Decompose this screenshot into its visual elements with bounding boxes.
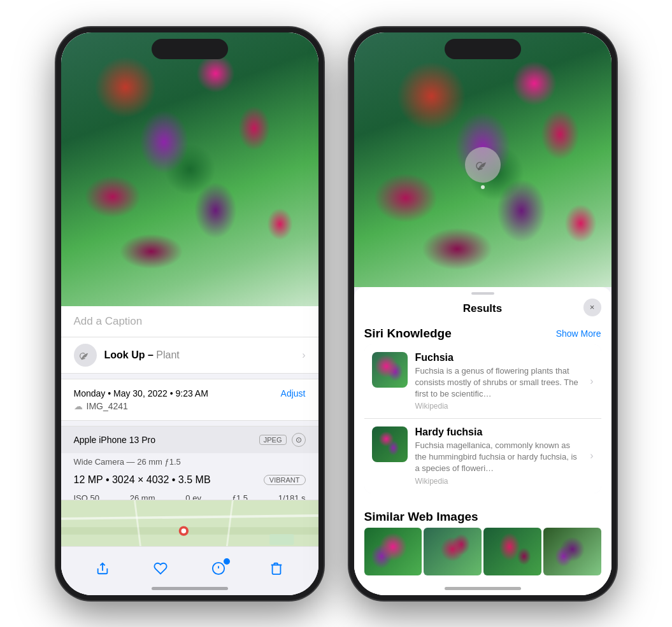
svg-point-6 bbox=[181, 529, 186, 534]
iso-value: ISO 50 bbox=[74, 493, 99, 501]
info-section: Monday • May 30, 2022 • 9:23 AM Adjust ☁… bbox=[61, 379, 318, 421]
similar-title: Similar Web Images bbox=[364, 510, 478, 524]
phone-2: Results × Siri Knowledge Show More Fuchs… bbox=[349, 27, 617, 600]
shutter-value: 1/181 s bbox=[278, 493, 306, 501]
screen-1: Add a Caption Look Up – Plant › Mon bbox=[61, 32, 318, 595]
caption-placeholder[interactable]: Add a Caption bbox=[74, 315, 143, 327]
hardy-fuchsia-source: Wikipedia bbox=[415, 477, 583, 486]
camera-header: Apple iPhone 13 Pro JPEG ⊙ bbox=[61, 426, 318, 453]
similar-image-4[interactable] bbox=[543, 528, 601, 575]
notch-1 bbox=[152, 39, 228, 59]
hardy-fuchsia-name: Hardy fuchsia bbox=[415, 426, 583, 438]
knowledge-card: Fuchsia Fuchsia is a genus of flowering … bbox=[364, 344, 601, 493]
map-area[interactable] bbox=[61, 500, 318, 546]
fuchsia-name: Fuchsia bbox=[415, 352, 583, 363]
siri-knowledge-header: Siri Knowledge Show More bbox=[354, 320, 611, 344]
similar-header: Similar Web Images bbox=[354, 504, 611, 528]
camera-settings-icon[interactable]: ⊙ bbox=[292, 433, 306, 447]
aperture-value: ƒ1.5 bbox=[232, 493, 248, 501]
hardy-fuchsia-content: Hardy fuchsia Fuchsia magellanica, commo… bbox=[415, 426, 583, 486]
knowledge-item-fuchsia[interactable]: Fuchsia Fuchsia is a genus of flowering … bbox=[364, 344, 601, 419]
similar-image-3[interactable] bbox=[483, 528, 541, 575]
caption-area[interactable]: Add a Caption bbox=[61, 306, 318, 337]
results-title: Results bbox=[463, 302, 502, 315]
share-button[interactable] bbox=[89, 554, 117, 582]
lookup-icon bbox=[74, 344, 97, 367]
focal-value: 26 mm bbox=[130, 493, 155, 501]
ev-value: 0 ev bbox=[185, 493, 201, 501]
adjust-button[interactable]: Adjust bbox=[281, 388, 306, 398]
exif-row: ISO 50 26 mm 0 ev ƒ1.5 1/181 s bbox=[61, 490, 318, 501]
flower-photo-1 bbox=[61, 32, 318, 306]
lookup-label: Look Up – Plant bbox=[104, 349, 180, 361]
svg-rect-7 bbox=[269, 534, 294, 545]
favorite-button[interactable] bbox=[147, 554, 175, 582]
results-close-button[interactable]: × bbox=[583, 299, 601, 316]
similar-image-2[interactable] bbox=[424, 528, 482, 575]
home-indicator-2 bbox=[445, 587, 521, 590]
delete-button[interactable] bbox=[262, 554, 290, 582]
camera-detail: Wide Camera — 26 mm ƒ1.5 bbox=[61, 453, 318, 470]
cloud-icon: ☁ bbox=[74, 401, 83, 411]
fuchsia-content: Fuchsia Fuchsia is a genus of flowering … bbox=[415, 352, 583, 411]
hardy-fuchsia-description: Fuchsia magellanica, commonly known as t… bbox=[415, 440, 583, 475]
fuchsia-source: Wikipedia bbox=[415, 402, 583, 411]
similar-image-1[interactable] bbox=[364, 528, 422, 575]
lookup-row[interactable]: Look Up – Plant › bbox=[61, 337, 318, 374]
jpeg-badge: JPEG bbox=[259, 435, 287, 445]
specs-text: 12 MP • 3024 × 4032 • 3.5 MB bbox=[74, 474, 211, 486]
lookup-chevron-icon: › bbox=[302, 349, 305, 361]
info-button[interactable] bbox=[204, 554, 232, 582]
camera-specs: 12 MP • 3024 × 4032 • 3.5 MB VIBRANT bbox=[61, 470, 318, 490]
fuchsia-description: Fuchsia is a genus of flowering plants t… bbox=[415, 365, 583, 400]
vibrant-badge: VIBRANT bbox=[264, 475, 306, 485]
hardy-fuchsia-chevron-icon: › bbox=[590, 450, 593, 461]
notch-2 bbox=[445, 39, 521, 59]
similar-images-grid bbox=[354, 528, 611, 575]
visual-indicator bbox=[465, 147, 501, 189]
similar-section: Similar Web Images bbox=[354, 498, 611, 581]
fuchsia-thumbnail bbox=[372, 352, 408, 388]
photo-area-1[interactable] bbox=[61, 32, 318, 306]
results-panel: Results × Siri Knowledge Show More Fuchs… bbox=[354, 287, 611, 595]
home-indicator-1 bbox=[152, 587, 228, 590]
badge-row: JPEG ⊙ bbox=[259, 433, 306, 447]
show-more-button[interactable]: Show More bbox=[556, 328, 601, 339]
info-badge bbox=[222, 557, 231, 566]
results-header: Results × bbox=[354, 295, 611, 320]
date-text: Monday • May 30, 2022 • 9:23 AM bbox=[74, 388, 208, 398]
phone-1-screen: Add a Caption Look Up – Plant › Mon bbox=[61, 32, 318, 595]
siri-knowledge-title: Siri Knowledge bbox=[364, 327, 452, 341]
fuchsia-chevron-icon: › bbox=[590, 376, 593, 387]
hardy-fuchsia-thumbnail bbox=[372, 426, 408, 462]
screen-2: Results × Siri Knowledge Show More Fuchs… bbox=[354, 32, 611, 595]
camera-name: Apple iPhone 13 Pro bbox=[74, 435, 155, 445]
visual-indicator-dot bbox=[481, 185, 485, 189]
visual-lookup-icon bbox=[465, 147, 501, 183]
knowledge-item-hardy-fuchsia[interactable]: Hardy fuchsia Fuchsia magellanica, commo… bbox=[364, 418, 601, 493]
phone-1: Add a Caption Look Up – Plant › Mon bbox=[56, 27, 324, 600]
phone-2-screen: Results × Siri Knowledge Show More Fuchs… bbox=[354, 32, 611, 595]
photo-area-2[interactable] bbox=[354, 32, 611, 287]
filename: IMG_4241 bbox=[87, 401, 128, 411]
camera-section: Apple iPhone 13 Pro JPEG ⊙ Wide Camera —… bbox=[61, 426, 318, 501]
